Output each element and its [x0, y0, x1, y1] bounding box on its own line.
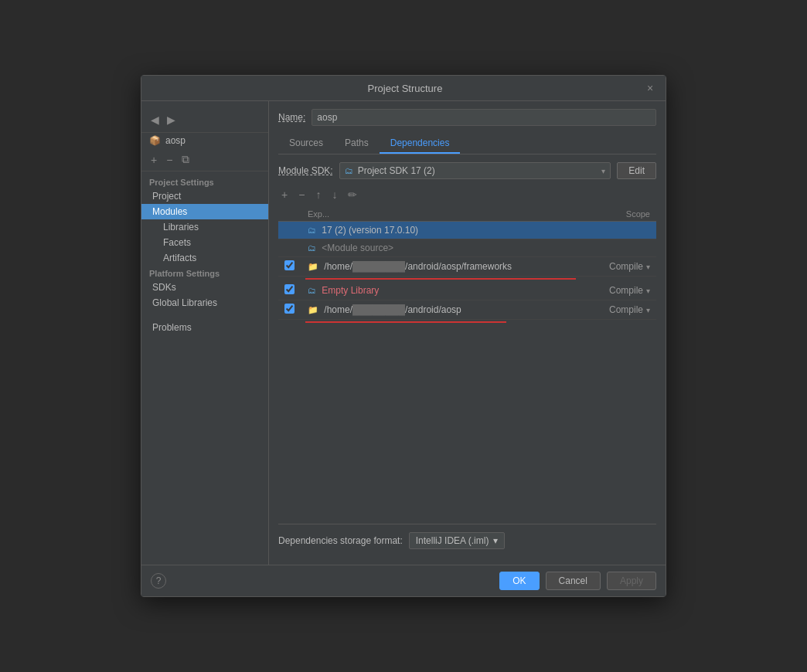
modules-label: Modules [152, 206, 187, 217]
edit-sdk-button[interactable]: Edit [617, 162, 656, 179]
storage-select[interactable]: IntelliJ IDEA (.iml) ▾ [409, 532, 506, 549]
storage-chevron-icon: ▾ [493, 535, 498, 546]
sdks-label: SDKs [152, 282, 176, 293]
artifacts-label: Artifacts [163, 253, 196, 263]
name-input[interactable] [312, 109, 656, 126]
sdk-chevron-icon: ▾ [601, 167, 605, 175]
sidebar-item-problems[interactable]: Problems [141, 320, 268, 335]
row5-entry: 📁 /home/████████/android/aosp [301, 300, 586, 320]
sdk-value: Project SDK 17 (2) [358, 165, 435, 176]
dependencies-table: Exp... Scope 🗂 17 (2) (version 17.0.10) [278, 207, 656, 324]
tab-dependencies[interactable]: Dependencies [380, 134, 461, 154]
back-button[interactable]: ◀ [149, 112, 161, 127]
sidebar-item-global-libraries[interactable]: Global Libraries [141, 295, 268, 311]
remove-module-button[interactable]: − [163, 151, 175, 168]
project-settings-header: Project Settings [141, 175, 268, 188]
left-panel: ◀ ▶ 📦 aosp + − ⧉ Project Settings Projec… [141, 101, 269, 565]
facets-label: Facets [163, 237, 191, 248]
row1-checkbox-cell [278, 222, 301, 239]
row2-src-icon: 🗂 [308, 243, 316, 253]
row5-checkbox[interactable] [284, 304, 295, 314]
footer-left: ? [151, 573, 166, 589]
sidebar-item-modules[interactable]: Modules [141, 204, 268, 219]
row3-blur: ████████ [352, 261, 405, 272]
row4-checkbox-cell [278, 281, 301, 300]
col-export: Exp... [301, 207, 586, 222]
row5-text: /home/████████/android/aosp [324, 304, 461, 315]
storage-label: Dependencies storage format: [278, 535, 403, 546]
table-row[interactable]: 📁 /home/████████/android/aosp Compile ▾ [278, 300, 656, 320]
edit-dep-button[interactable]: ✏ [345, 187, 360, 202]
row1-entry: 🗂 17 (2) (version 17.0.10) [301, 222, 586, 239]
dialog-footer: ? OK Cancel Apply [141, 565, 666, 596]
row3-scope-chevron: ▾ [646, 263, 650, 271]
row5-checkbox-cell [278, 300, 301, 320]
row2-scope [586, 239, 656, 257]
forward-button[interactable]: ▶ [165, 112, 177, 127]
row3-text: /home/████████/android/aosp/frameworks [324, 261, 512, 272]
project-structure-dialog: Project Structure × ◀ ▶ 📦 aosp + − ⧉ Pro… [141, 75, 666, 597]
platform-settings-header: Platform Settings [141, 266, 268, 280]
name-label: Name: [278, 112, 305, 123]
tab-paths[interactable]: Paths [334, 134, 380, 154]
table-row[interactable]: 📁 /home/████████/android/aosp/frameworks… [278, 257, 656, 277]
module-icon: 📦 [149, 135, 161, 146]
sidebar-item-libraries[interactable]: Libraries [141, 219, 268, 235]
footer-right: OK Cancel Apply [499, 572, 656, 590]
row3-folder-icon: 📁 [308, 262, 318, 271]
name-row: Name: [278, 109, 656, 126]
ok-button[interactable]: OK [499, 572, 539, 590]
table-row[interactable]: 🗂 Empty Library Compile ▾ [278, 281, 656, 300]
sidebar-item-sdks[interactable]: SDKs [141, 280, 268, 295]
sdk-folder-icon: 🗂 [345, 166, 353, 175]
help-button[interactable]: ? [151, 573, 166, 589]
apply-button[interactable]: Apply [607, 572, 656, 590]
tab-sources[interactable]: Sources [278, 134, 334, 154]
row4-checkbox[interactable] [284, 284, 295, 294]
close-button[interactable]: × [644, 82, 656, 94]
move-down-dep-button[interactable]: ↓ [329, 187, 340, 202]
cancel-button[interactable]: Cancel [546, 572, 601, 590]
nav-row: ◀ ▶ [141, 107, 268, 133]
dialog-body: ◀ ▶ 📦 aosp + − ⧉ Project Settings Projec… [141, 101, 666, 565]
problems-label: Problems [152, 322, 192, 333]
deps-toolbar: + − ↑ ↓ ✏ [278, 187, 656, 202]
row3-checkbox-cell [278, 257, 301, 277]
move-up-dep-button[interactable]: ↑ [312, 187, 324, 202]
col-checkbox [278, 207, 301, 222]
sidebar-item-artifacts[interactable]: Artifacts [141, 250, 268, 266]
left-toolbar: + − ⧉ [141, 148, 268, 171]
add-module-button[interactable]: + [148, 151, 160, 168]
module-aosp-item[interactable]: 📦 aosp [141, 133, 268, 148]
copy-module-button[interactable]: ⧉ [179, 151, 192, 168]
row5-scope: Compile ▾ [586, 300, 656, 320]
remove-dep-button[interactable]: − [295, 187, 308, 202]
row5-red-underline [305, 321, 506, 323]
row1-sdk-icon: 🗂 [308, 226, 316, 235]
col-scope: Scope [586, 207, 656, 222]
title-bar: Project Structure × [141, 76, 666, 101]
row3-checkbox[interactable] [284, 260, 295, 270]
row4-entry: 🗂 Empty Library [301, 281, 586, 300]
module-name-label: aosp [165, 135, 186, 146]
table-row[interactable]: 🗂 <Module source> [278, 239, 656, 257]
sidebar-item-project[interactable]: Project [141, 188, 268, 204]
content-spacer [278, 324, 656, 524]
row4-scope-chevron: ▾ [646, 287, 650, 295]
row3-scope: Compile ▾ [586, 257, 656, 277]
tabs-row: Sources Paths Dependencies [278, 134, 656, 154]
sdk-select[interactable]: 🗂 Project SDK 17 (2) ▾ [339, 162, 611, 179]
module-sdk-row: Module SDK: 🗂 Project SDK 17 (2) ▾ Edit [278, 162, 656, 179]
row3-scope-cell: Compile ▾ [592, 261, 650, 272]
row1-scope [586, 222, 656, 239]
row5-scope-text: Compile [609, 304, 643, 315]
add-dep-button[interactable]: + [278, 187, 291, 202]
row1-text: 17 (2) (version 17.0.10) [322, 225, 418, 236]
table-row[interactable]: 🗂 17 (2) (version 17.0.10) [278, 222, 656, 239]
libraries-label: Libraries [163, 222, 199, 232]
sidebar-item-facets[interactable]: Facets [141, 235, 268, 250]
storage-row: Dependencies storage format: IntelliJ ID… [278, 524, 656, 557]
row3-red-underline [305, 278, 576, 280]
row3-scope-text: Compile [609, 261, 643, 272]
global-libraries-label: Global Libraries [152, 297, 217, 308]
